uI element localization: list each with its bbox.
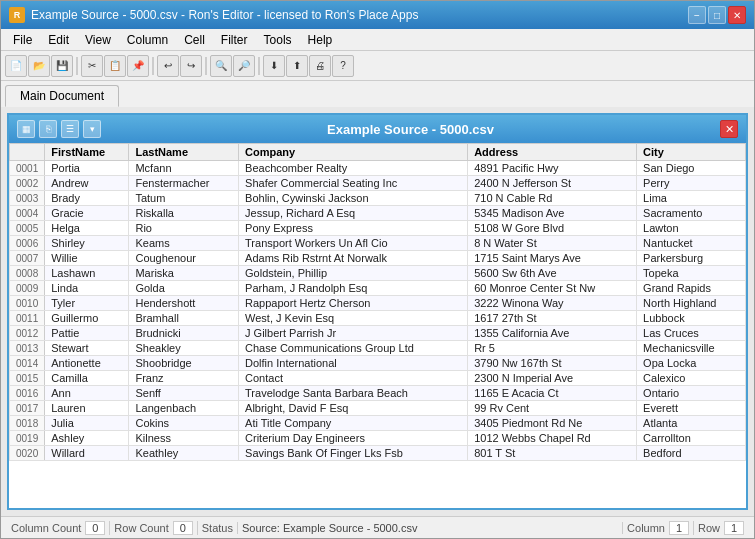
toolbar-findnext[interactable]: 🔎	[233, 55, 255, 77]
close-button[interactable]: ✕	[728, 6, 746, 24]
cell-row-num: 0007	[10, 251, 45, 266]
cell-address: 8 N Water St	[468, 236, 637, 251]
cell-city: Topeka	[637, 266, 746, 281]
window-title: Example Source - 5000.csv - Ron's Editor…	[31, 8, 418, 22]
cell-address: Rr 5	[468, 341, 637, 356]
cell-first: Shirley	[45, 236, 129, 251]
cell-address: 5345 Madison Ave	[468, 206, 637, 221]
cell-last: Rio	[129, 221, 239, 236]
table-row[interactable]: 0009LindaGoldaParham, J Randolph Esq60 M…	[10, 281, 746, 296]
menu-view[interactable]: View	[77, 31, 119, 49]
toolbar-find[interactable]: 🔍	[210, 55, 232, 77]
table-row[interactable]: 0018JuliaCokinsAti Title Company3405 Pie…	[10, 416, 746, 431]
cell-row-num: 0017	[10, 401, 45, 416]
table-row[interactable]: 0003BradyTatumBohlin, Cywinski Jackson71…	[10, 191, 746, 206]
menu-bar: File Edit View Column Cell Filter Tools …	[1, 29, 754, 51]
cell-company: Bohlin, Cywinski Jackson	[239, 191, 468, 206]
table-row[interactable]: 0004GracieRiskallaJessup, Richard A Esq5…	[10, 206, 746, 221]
cell-last: Golda	[129, 281, 239, 296]
table-row[interactable]: 0001PortiaMcfannBeachcomber Realty4891 P…	[10, 161, 746, 176]
cell-company: West, J Kevin Esq	[239, 311, 468, 326]
table-row[interactable]: 0008LashawnMariskaGoldstein, Phillip5600…	[10, 266, 746, 281]
toolbar-sep1	[76, 57, 78, 75]
table-row[interactable]: 0016AnnSenffTravelodge Santa Barbara Bea…	[10, 386, 746, 401]
cell-company: Albright, David F Esq	[239, 401, 468, 416]
cell-address: 710 N Cable Rd	[468, 191, 637, 206]
grid-close-button[interactable]: ✕	[720, 120, 738, 138]
table-row[interactable]: 0007WillieCoughenourAdams Rib Rstrnt At …	[10, 251, 746, 266]
toolbar-export[interactable]: ⬆	[286, 55, 308, 77]
table-row[interactable]: 0010TylerHendershottRappaport Hertz Cher…	[10, 296, 746, 311]
grid-icon-table[interactable]: ▦	[17, 120, 35, 138]
data-table: FirstName LastName Company Address City …	[9, 143, 746, 461]
table-row[interactable]: 0017LaurenLangenbachAlbright, David F Es…	[10, 401, 746, 416]
table-row[interactable]: 0012PattieBrudnickiJ Gilbert Parrish Jr1…	[10, 326, 746, 341]
toolbar-paste[interactable]: 📌	[127, 55, 149, 77]
cell-row-num: 0020	[10, 446, 45, 461]
table-row[interactable]: 0011GuillermoBramhallWest, J Kevin Esq16…	[10, 311, 746, 326]
col-header-lastname: LastName	[129, 144, 239, 161]
table-row[interactable]: 0015CamillaFranzContact2300 N Imperial A…	[10, 371, 746, 386]
cell-company: Pony Express	[239, 221, 468, 236]
cell-company: J Gilbert Parrish Jr	[239, 326, 468, 341]
cell-first: Ann	[45, 386, 129, 401]
cell-address: 1715 Saint Marys Ave	[468, 251, 637, 266]
toolbar-new[interactable]: 📄	[5, 55, 27, 77]
menu-tools[interactable]: Tools	[256, 31, 300, 49]
cell-first: Linda	[45, 281, 129, 296]
table-row[interactable]: 0019AshleyKilnessCriterium Day Engineers…	[10, 431, 746, 446]
toolbar-help[interactable]: ?	[332, 55, 354, 77]
menu-edit[interactable]: Edit	[40, 31, 77, 49]
table-header-row: FirstName LastName Company Address City	[10, 144, 746, 161]
grid-icon-menu[interactable]: ☰	[61, 120, 79, 138]
cell-city: Nantucket	[637, 236, 746, 251]
cell-first: Gracie	[45, 206, 129, 221]
table-row[interactable]: 0020WillardKeathleySavings Bank Of Finge…	[10, 446, 746, 461]
table-row[interactable]: 0002AndrewFenstermacherShafer Commercial…	[10, 176, 746, 191]
toolbar-import[interactable]: ⬇	[263, 55, 285, 77]
maximize-button[interactable]: □	[708, 6, 726, 24]
cell-last: Mariska	[129, 266, 239, 281]
title-bar: R Example Source - 5000.csv - Ron's Edit…	[1, 1, 754, 29]
cell-row-num: 0014	[10, 356, 45, 371]
cell-first: Willie	[45, 251, 129, 266]
cell-city: Calexico	[637, 371, 746, 386]
menu-help[interactable]: Help	[300, 31, 341, 49]
window-controls: − □ ✕	[688, 6, 746, 24]
cell-first: Brady	[45, 191, 129, 206]
cell-company: Rappaport Hertz Cherson	[239, 296, 468, 311]
cell-first: Stewart	[45, 341, 129, 356]
col-header-address: Address	[468, 144, 637, 161]
grid-icon-dropdown[interactable]: ▾	[83, 120, 101, 138]
minimize-button[interactable]: −	[688, 6, 706, 24]
cell-address: 801 T St	[468, 446, 637, 461]
cell-last: Coughenour	[129, 251, 239, 266]
toolbar-save[interactable]: 💾	[51, 55, 73, 77]
toolbar-open[interactable]: 📂	[28, 55, 50, 77]
grid-icon-copy[interactable]: ⎘	[39, 120, 57, 138]
status-row: Row 1	[694, 521, 748, 535]
table-row[interactable]: 0013StewartSheakleyChase Communications …	[10, 341, 746, 356]
menu-column[interactable]: Column	[119, 31, 176, 49]
toolbar-cut[interactable]: ✂	[81, 55, 103, 77]
tab-main-document[interactable]: Main Document	[5, 85, 119, 107]
row-count-value: 0	[173, 521, 193, 535]
menu-file[interactable]: File	[5, 31, 40, 49]
table-row[interactable]: 0005HelgaRioPony Express5108 W Gore Blvd…	[10, 221, 746, 236]
grid-panel: ▦ ⎘ ☰ ▾ Example Source - 5000.csv ✕ Firs…	[7, 113, 748, 510]
table-row[interactable]: 0006ShirleyKeamsTransport Workers Un Afl…	[10, 236, 746, 251]
toolbar-copy[interactable]: 📋	[104, 55, 126, 77]
status-column: Column 1	[623, 521, 694, 535]
toolbar-redo[interactable]: ↪	[180, 55, 202, 77]
cell-city: Mechanicsville	[637, 341, 746, 356]
menu-filter[interactable]: Filter	[213, 31, 256, 49]
toolbar-undo[interactable]: ↩	[157, 55, 179, 77]
cell-row-num: 0016	[10, 386, 45, 401]
col-header-company: Company	[239, 144, 468, 161]
menu-cell[interactable]: Cell	[176, 31, 213, 49]
cell-first: Ashley	[45, 431, 129, 446]
cell-city: San Diego	[637, 161, 746, 176]
table-row[interactable]: 0014AntionetteShoobridgeDolfin Internati…	[10, 356, 746, 371]
table-container[interactable]: FirstName LastName Company Address City …	[9, 143, 746, 508]
toolbar-print[interactable]: 🖨	[309, 55, 331, 77]
